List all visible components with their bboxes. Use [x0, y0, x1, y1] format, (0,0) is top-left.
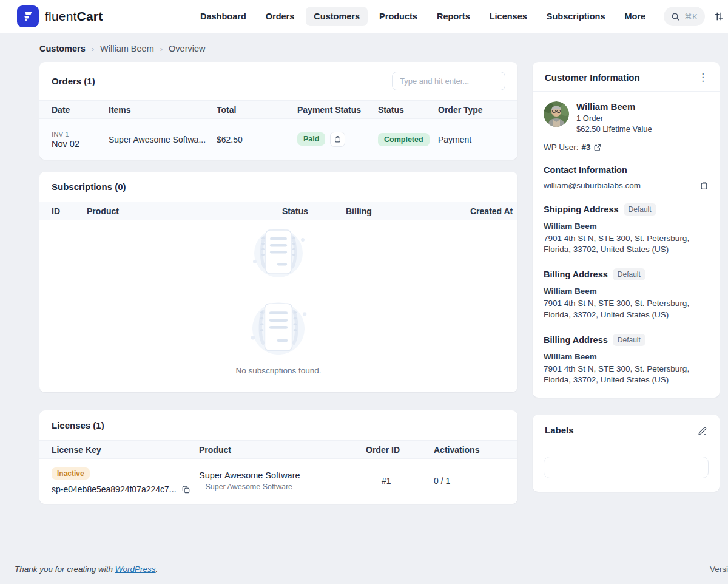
- kebab-menu-icon[interactable]: ⋮: [698, 75, 707, 80]
- customer-lifetime-value: $62.50 Lifetime Value: [576, 124, 652, 134]
- breadcrumb: Customers › William Beem › Overview: [39, 44, 720, 53]
- col-billing: Billing: [346, 206, 470, 216]
- contact-info-title: Contact Information: [544, 165, 709, 175]
- billing-address-title: Billing Address: [544, 335, 608, 345]
- external-link-icon[interactable]: [594, 144, 601, 151]
- col-payment-status: Payment Status: [297, 105, 378, 115]
- top-navigation-bar: fluentCart Dashboard Orders Customers Pr…: [0, 0, 728, 33]
- nav-item-customers[interactable]: Customers: [306, 7, 368, 26]
- wp-user-label: WP User:: [544, 143, 579, 152]
- billing-address-name: William Beem: [544, 352, 709, 361]
- footer-version-text: Version: [710, 565, 728, 574]
- order-table-row[interactable]: INV-1 Nov 02 Super Awesome Softwa... $62…: [39, 119, 517, 160]
- footer-thanks-text: Thank you for creating with WordPress.: [15, 565, 158, 574]
- footer: Thank you for creating with WordPress. V…: [0, 565, 728, 579]
- search-icon: [671, 12, 680, 21]
- empty-list-illustration: [247, 225, 310, 277]
- billing-address-title: Billing Address: [544, 270, 608, 279]
- license-status-badge: Inactive: [52, 467, 90, 480]
- col-license-key: License Key: [39, 445, 199, 455]
- nav-item-orders[interactable]: Orders: [258, 7, 303, 26]
- page-body: Customers › William Beem › Overview Orde…: [0, 33, 728, 504]
- billing-address-text: 7901 4th St N, STE 300, St. Petersburg, …: [544, 364, 696, 385]
- nav-item-licenses[interactable]: Licenses: [482, 7, 535, 26]
- col-order-id: Order ID: [366, 445, 434, 455]
- main-column: Orders (1) Date Items Total Payment Stat…: [39, 62, 517, 504]
- billing-address-text: 7901 4th St N, STE 300, St. Petersburg, …: [544, 298, 696, 320]
- order-date: Nov 02: [52, 139, 104, 149]
- chevron-right-icon: ›: [160, 44, 163, 53]
- col-status: Status: [282, 206, 346, 216]
- licenses-table-header: License Key Product Order ID Activations: [39, 440, 517, 459]
- order-invoice-id: INV-1: [52, 131, 104, 138]
- settings-sliders-icon[interactable]: [713, 11, 724, 22]
- customer-info-card: Customer Information ⋮: [533, 62, 720, 398]
- subscriptions-empty-row: [39, 220, 517, 282]
- col-activations: Activations: [434, 445, 517, 455]
- shipping-address-text: 7901 4th St N, STE 300, St. Petersburg, …: [544, 233, 696, 255]
- breadcrumb-overview[interactable]: Overview: [169, 44, 205, 53]
- license-table-row[interactable]: Inactive sp-e04eb8e5ea8924f07a224c7...: [39, 459, 517, 504]
- licenses-card: Licenses (1) License Key Product Order I…: [39, 410, 517, 504]
- col-product: Product: [87, 206, 282, 216]
- order-type: Payment: [438, 135, 517, 144]
- license-product-variant: – Super Awesome Software: [199, 483, 361, 491]
- billing-address-name: William Beem: [544, 287, 709, 296]
- customer-email: william@suburbialabs.com: [544, 181, 641, 190]
- default-badge: Default: [613, 334, 645, 346]
- orders-search-input[interactable]: [392, 72, 505, 90]
- subscriptions-empty-state: [39, 282, 517, 360]
- shipping-address-title: Shipping Address: [544, 205, 619, 214]
- chevron-right-icon: ›: [92, 44, 94, 53]
- col-total: Total: [217, 105, 297, 115]
- labels-title: Labels: [545, 425, 574, 435]
- edit-pencil-icon[interactable]: [698, 426, 707, 435]
- nav-item-products[interactable]: Products: [371, 7, 425, 26]
- order-total: $62.50: [217, 135, 297, 144]
- customer-avatar: [544, 101, 569, 127]
- customer-name: William Beem: [576, 101, 652, 112]
- col-id: ID: [39, 206, 87, 216]
- global-search-button[interactable]: ⌘K: [664, 7, 705, 26]
- search-shortcut-hint: ⌘K: [684, 12, 698, 21]
- empty-list-illustration: [244, 298, 312, 355]
- nav-item-reports[interactable]: Reports: [429, 7, 478, 26]
- col-created-at: Created At: [470, 206, 517, 216]
- col-order-type: Order Type: [438, 105, 517, 115]
- topbar-actions: ⌘K: [664, 7, 722, 26]
- labels-input[interactable]: [544, 457, 709, 478]
- orders-title: Orders (1): [52, 76, 95, 86]
- clipboard-icon[interactable]: [699, 181, 709, 190]
- payment-status-badge: Paid: [297, 132, 325, 146]
- copy-icon[interactable]: [181, 485, 190, 494]
- wordpress-link[interactable]: WordPress: [115, 565, 156, 574]
- license-order-id: #1: [366, 476, 434, 486]
- shipping-address-name: William Beem: [544, 222, 709, 231]
- fluentcart-logo-icon: [17, 5, 39, 27]
- subscriptions-card: Subscriptions (0) ID Product Status Bill…: [39, 172, 517, 392]
- orders-card: Orders (1) Date Items Total Payment Stat…: [39, 62, 517, 160]
- nav-item-subscriptions[interactable]: Subscriptions: [539, 7, 613, 26]
- labels-card: Labels: [533, 415, 720, 492]
- orders-table-header: Date Items Total Payment Status Status O…: [39, 100, 517, 119]
- subscriptions-table-header: ID Product Status Billing Created At: [39, 202, 517, 220]
- licenses-title: Licenses (1): [52, 420, 104, 430]
- main-nav: Dashboard Orders Customers Products Repo…: [182, 7, 664, 26]
- license-activations: 0 / 1: [434, 476, 517, 486]
- order-items: Super Awesome Softwa...: [109, 135, 217, 144]
- col-date: Date: [39, 105, 109, 115]
- customer-order-count: 1 Order: [576, 114, 652, 123]
- nav-item-dashboard[interactable]: Dashboard: [192, 7, 254, 26]
- default-badge: Default: [613, 268, 645, 280]
- default-badge: Default: [624, 203, 656, 216]
- sidebar: Customer Information ⋮: [533, 62, 720, 492]
- nav-item-more[interactable]: More: [616, 7, 653, 26]
- breadcrumb-customers[interactable]: Customers: [39, 44, 86, 53]
- breadcrumb-customer-name[interactable]: William Beem: [100, 44, 154, 53]
- col-items: Items: [109, 105, 217, 115]
- customer-info-title: Customer Information: [545, 72, 640, 83]
- brand-logo[interactable]: fluentCart: [17, 5, 182, 27]
- col-product: Product: [199, 445, 366, 455]
- refund-bag-icon[interactable]: [330, 132, 345, 147]
- brand-name: fluentCart: [45, 9, 103, 24]
